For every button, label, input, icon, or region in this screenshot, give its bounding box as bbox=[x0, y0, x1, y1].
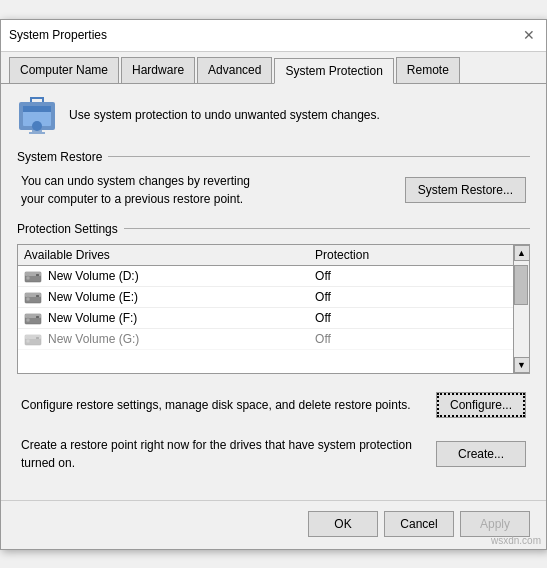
col-header-drives: Available Drives bbox=[24, 248, 315, 262]
create-description: Create a restore point right now for the… bbox=[21, 436, 424, 472]
svg-point-13 bbox=[26, 297, 30, 301]
drive-icon bbox=[24, 290, 42, 304]
table-body: New Volume (D:) Off bbox=[18, 266, 529, 350]
window-title: System Properties bbox=[9, 28, 107, 42]
scrollbar-thumb[interactable] bbox=[514, 265, 528, 305]
system-restore-button[interactable]: System Restore... bbox=[405, 177, 526, 203]
svg-point-17 bbox=[26, 318, 30, 322]
protection-cell: Off bbox=[315, 269, 523, 283]
protection-settings-label: Protection Settings bbox=[17, 222, 118, 236]
system-restore-group: System Restore You can undo system chang… bbox=[17, 150, 530, 208]
protection-settings-label-row: Protection Settings bbox=[17, 222, 530, 236]
tab-computer-name[interactable]: Computer Name bbox=[9, 57, 119, 83]
section-divider-2 bbox=[124, 228, 530, 229]
close-button[interactable]: ✕ bbox=[520, 26, 538, 44]
apply-button[interactable]: Apply bbox=[460, 511, 530, 537]
tab-advanced[interactable]: Advanced bbox=[197, 57, 272, 83]
svg-rect-4 bbox=[32, 130, 42, 132]
drive-icon bbox=[24, 269, 42, 283]
header-description: Use system protection to undo unwanted s… bbox=[69, 107, 380, 124]
tab-system-protection[interactable]: System Protection bbox=[274, 58, 393, 84]
header-section: Use system protection to undo unwanted s… bbox=[17, 96, 530, 136]
svg-rect-5 bbox=[29, 132, 45, 134]
svg-point-9 bbox=[26, 276, 30, 280]
svg-rect-8 bbox=[36, 274, 39, 276]
svg-rect-12 bbox=[36, 295, 39, 297]
svg-point-21 bbox=[26, 339, 30, 343]
drive-icon bbox=[24, 332, 42, 346]
svg-rect-2 bbox=[23, 106, 51, 112]
svg-point-3 bbox=[32, 121, 42, 131]
system-restore-label-row: System Restore bbox=[17, 150, 530, 164]
protection-cell: Off bbox=[315, 332, 523, 346]
tab-content: Use system protection to undo unwanted s… bbox=[1, 84, 546, 500]
configure-description: Configure restore settings, manage disk … bbox=[21, 396, 424, 414]
drive-name-cell: New Volume (E:) bbox=[24, 290, 315, 304]
configure-action-row: Configure restore settings, manage disk … bbox=[17, 386, 530, 424]
drives-table: Available Drives Protection bbox=[17, 244, 530, 374]
restore-section: You can undo system changes by reverting… bbox=[17, 172, 530, 208]
drive-name-cell: New Volume (F:) bbox=[24, 311, 315, 325]
scrollbar-thumb-area[interactable] bbox=[514, 261, 529, 357]
system-restore-label: System Restore bbox=[17, 150, 102, 164]
scroll-up-button[interactable]: ▲ bbox=[514, 245, 530, 261]
cancel-button[interactable]: Cancel bbox=[384, 511, 454, 537]
system-protection-icon bbox=[17, 96, 57, 136]
protection-cell: Off bbox=[315, 290, 523, 304]
tab-bar: Computer Name Hardware Advanced System P… bbox=[1, 52, 546, 84]
col-header-protection: Protection bbox=[315, 248, 523, 262]
scrollbar[interactable]: ▲ ▼ bbox=[513, 245, 529, 373]
drive-name-cell: New Volume (G:) bbox=[24, 332, 315, 346]
create-button[interactable]: Create... bbox=[436, 441, 526, 467]
drive-icon bbox=[24, 311, 42, 325]
protection-cell: Off bbox=[315, 311, 523, 325]
configure-button[interactable]: Configure... bbox=[436, 392, 526, 418]
table-row[interactable]: New Volume (E:) Off bbox=[18, 287, 529, 308]
ok-button[interactable]: OK bbox=[308, 511, 378, 537]
create-action-row: Create a restore point right now for the… bbox=[17, 430, 530, 478]
table-row[interactable]: New Volume (G:) Off bbox=[18, 329, 529, 350]
tab-hardware[interactable]: Hardware bbox=[121, 57, 195, 83]
section-divider bbox=[108, 156, 530, 157]
bottom-buttons: OK Cancel Apply bbox=[1, 500, 546, 549]
table-header: Available Drives Protection bbox=[18, 245, 529, 266]
title-bar-controls: ✕ bbox=[520, 26, 538, 44]
svg-rect-16 bbox=[36, 316, 39, 318]
tab-remote[interactable]: Remote bbox=[396, 57, 460, 83]
drive-name-cell: New Volume (D:) bbox=[24, 269, 315, 283]
protection-settings-group: Protection Settings Available Drives Pro… bbox=[17, 222, 530, 374]
table-row[interactable]: New Volume (F:) Off bbox=[18, 308, 529, 329]
scroll-down-button[interactable]: ▼ bbox=[514, 357, 530, 373]
table-row[interactable]: New Volume (D:) Off bbox=[18, 266, 529, 287]
title-bar: System Properties ✕ bbox=[1, 20, 546, 52]
svg-rect-20 bbox=[36, 337, 39, 339]
restore-description: You can undo system changes by reverting… bbox=[21, 172, 393, 208]
